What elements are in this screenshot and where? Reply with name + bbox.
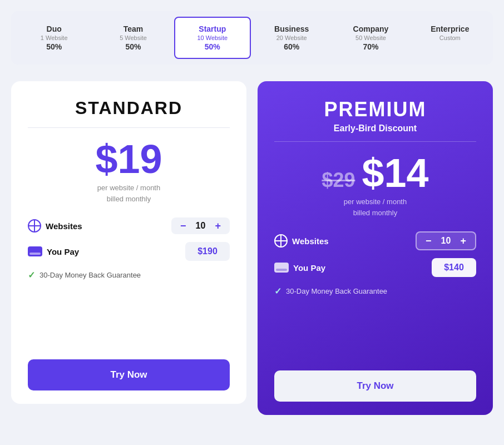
premium-youpay-label: You Pay <box>274 263 427 273</box>
premium-price: $14 <box>362 153 428 193</box>
check-icon: ✓ <box>28 270 35 280</box>
plan-business-websites: 20 Website <box>258 34 325 41</box>
plan-company-name: Company <box>337 24 404 33</box>
plan-tab-business[interactable]: Business 20 Website 60% <box>253 17 330 59</box>
standard-try-button[interactable]: Try Now <box>28 359 230 390</box>
standard-divider <box>28 127 230 128</box>
plan-team-websites: 5 Website <box>99 34 167 41</box>
premium-card: PREMIUM Early-Bird Discount $29 $14 per … <box>258 81 493 415</box>
plan-duo-discount: 50% <box>20 42 88 51</box>
standard-quantity-value: 10 <box>195 221 206 231</box>
globe-icon-premium <box>274 234 288 248</box>
check-icon-premium: ✓ <box>274 286 281 296</box>
standard-websites-row: Websites − 10 + <box>28 217 230 234</box>
standard-quantity-increase[interactable]: + <box>213 221 223 231</box>
premium-quantity-increase[interactable]: + <box>458 236 468 246</box>
plan-duo-websites: 1 Website <box>20 34 88 41</box>
plan-startup-name: Startup <box>179 24 246 33</box>
standard-youpay-amount: $190 <box>185 242 230 261</box>
premium-youpay-amount: $140 <box>432 258 476 277</box>
plan-business-discount: 60% <box>258 42 325 51</box>
plan-company-discount: 70% <box>337 42 404 51</box>
premium-price-desc: per website / month billed monthly <box>274 196 476 218</box>
standard-quantity-decrease[interactable]: − <box>178 221 189 231</box>
premium-quantity-decrease[interactable]: − <box>423 236 434 246</box>
standard-youpay-label: You Pay <box>28 246 181 256</box>
premium-price-row: $29 $14 <box>274 153 476 193</box>
plan-tab-company[interactable]: Company 50 Website 70% <box>332 17 409 59</box>
premium-websites-row: Websites − 10 + <box>274 231 476 250</box>
plan-business-name: Business <box>258 24 325 33</box>
standard-quantity-control: − 10 + <box>171 217 230 234</box>
premium-divider <box>274 141 476 142</box>
credit-card-icon-premium <box>274 263 289 273</box>
premium-quantity-value: 10 <box>440 236 451 246</box>
premium-guarantee: ✓ 30-Day Money Back Guarantee <box>274 286 476 296</box>
plan-startup-discount: 50% <box>179 42 246 51</box>
plan-enterprise-name: Enterprice <box>416 24 484 33</box>
premium-quantity-control: − 10 + <box>416 231 476 250</box>
premium-title: PREMIUM <box>274 98 476 121</box>
plan-tab-duo[interactable]: Duo 1 Website 50% <box>16 17 92 59</box>
premium-price-original: $29 <box>322 169 355 192</box>
standard-websites-label: Websites <box>28 219 167 233</box>
globe-icon <box>28 219 41 233</box>
plan-tab-team[interactable]: Team 5 Website 50% <box>95 17 171 59</box>
plan-enterprise-websites: Custom <box>416 34 484 41</box>
plan-company-websites: 50 Website <box>337 34 404 41</box>
credit-card-icon <box>28 246 42 256</box>
premium-try-button[interactable]: Try Now <box>274 370 476 402</box>
plans-tab-bar: Duo 1 Website 50% Team 5 Website 50% Sta… <box>11 11 493 65</box>
pricing-cards: STANDARD $19 per website / month billed … <box>11 81 493 415</box>
standard-price: $19 <box>28 139 230 179</box>
standard-card: STANDARD $19 per website / month billed … <box>11 81 246 404</box>
standard-youpay-row: You Pay $190 <box>28 242 230 261</box>
plan-startup-websites: 10 Website <box>179 34 246 41</box>
premium-websites-label: Websites <box>274 234 411 248</box>
plan-duo-name: Duo <box>20 24 88 33</box>
premium-subtitle: Early-Bird Discount <box>274 123 476 134</box>
premium-youpay-row: You Pay $140 <box>274 258 476 277</box>
plan-team-name: Team <box>99 24 167 33</box>
standard-title: STANDARD <box>28 98 230 118</box>
standard-guarantee: ✓ 30-Day Money Back Guarantee <box>28 270 230 280</box>
plan-tab-enterprise[interactable]: Enterprice Custom <box>412 17 488 59</box>
standard-price-desc: per website / month billed monthly <box>28 182 230 204</box>
plan-team-discount: 50% <box>99 42 167 51</box>
plan-tab-startup[interactable]: Startup 10 Website 50% <box>174 17 251 59</box>
